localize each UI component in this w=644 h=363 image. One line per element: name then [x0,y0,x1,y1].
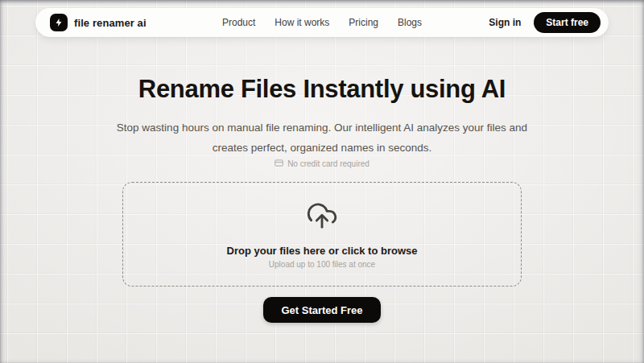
badge-text: No credit card required [287,159,369,168]
no-credit-card-badge: No credit card required [275,159,369,168]
nav-link-how-it-works[interactable]: How it works [275,17,329,28]
nav-link-blogs[interactable]: Blogs [398,17,422,28]
dropzone-main-text: Drop your files here or click to browse [227,245,418,257]
navbar: file renamer ai Product How it works Pri… [35,8,609,37]
lightning-bolt-icon [50,14,68,31]
start-free-button[interactable]: Start free [534,12,601,33]
sign-in-link[interactable]: Sign in [489,17,521,28]
get-started-button[interactable]: Get Started Free [263,297,380,323]
dropzone-sub-text: Upload up to 100 files at once [269,260,375,269]
nav-link-product[interactable]: Product [222,17,255,28]
navbar-right: Sign in Start free [489,12,601,33]
credit-card-icon [275,159,283,168]
hero-subtitle: Stop wasting hours on manual file renami… [117,118,527,158]
hero-section: Rename Files Instantly using AI Stop was… [0,0,644,323]
file-dropzone[interactable]: Drop your files here or click to browse … [122,182,522,287]
nav-links: Product How it works Pricing Blogs [222,17,422,28]
hero-subtitle-line2: creates perfect, organized names in seco… [213,142,431,154]
hero-subtitle-line1: Stop wasting hours on manual file renami… [117,122,527,134]
brand-logo[interactable]: file renamer ai [50,14,147,31]
nav-link-pricing[interactable]: Pricing [349,17,378,28]
cloud-upload-icon [306,200,338,236]
page-title: Rename Files Instantly using AI [138,75,506,104]
brand-name: file renamer ai [74,17,147,29]
landing-page: file renamer ai Product How it works Pri… [0,0,644,363]
